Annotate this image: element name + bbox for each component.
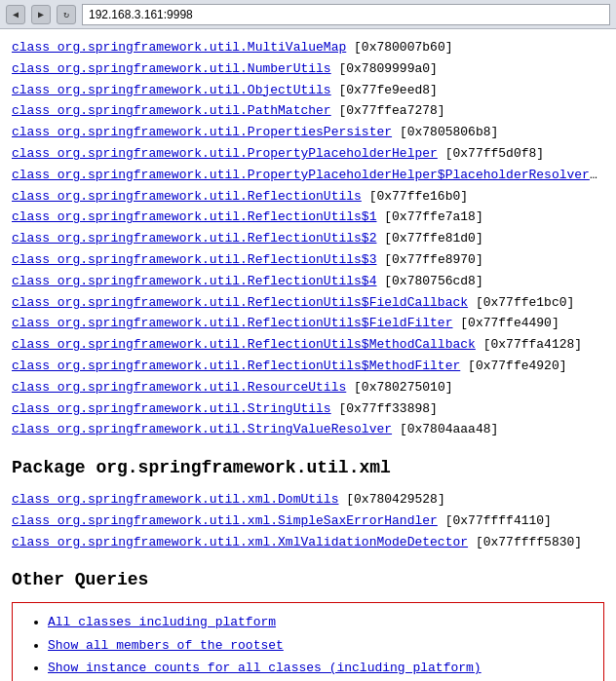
query-link[interactable]: All classes including platform [48, 615, 276, 629]
back-button[interactable]: ◀ [6, 5, 25, 24]
xml-package-heading: Package org.springframework.util.xml [12, 454, 604, 482]
class-link[interactable]: class org.springframework.util.Reflectio… [12, 359, 460, 373]
class-addr: [0x77ff33898] [331, 401, 438, 416]
class-link[interactable]: class org.springframework.util.Reflectio… [12, 231, 376, 246]
class-link[interactable]: class org.springframework.util.Reflectio… [12, 337, 476, 352]
class-link[interactable]: class org.springframework.util.PropertyP… [12, 146, 438, 161]
class-row: class org.springframework.util.MultiValu… [12, 38, 604, 58]
class-row: class org.springframework.util.PropertyP… [12, 166, 604, 186]
class-addr: [0x7805806b8] [392, 125, 498, 139]
class-row: class org.springframework.util.Reflectio… [12, 208, 604, 228]
refresh-button[interactable]: ↻ [57, 5, 76, 24]
util-classes-list: class org.springframework.util.MultiValu… [12, 38, 604, 440]
class-row: class org.springframework.util.Reflectio… [12, 314, 604, 334]
other-queries-heading: Other Queries [12, 566, 604, 594]
class-row: class org.springframework.util.StringVal… [12, 420, 604, 440]
class-link[interactable]: class org.springframework.util.PathMatch… [12, 103, 331, 118]
class-link[interactable]: class org.springframework.util.MultiValu… [12, 40, 346, 55]
class-link[interactable]: class org.springframework.util.ObjectUti… [12, 83, 331, 97]
list-item: All classes including platform [48, 611, 592, 633]
page-content: class org.springframework.util.MultiValu… [0, 29, 616, 681]
class-link[interactable]: class org.springframework.util.ResourceU… [12, 380, 346, 395]
class-link[interactable]: class org.springframework.util.Reflectio… [12, 209, 376, 224]
class-link[interactable]: class org.springframework.util.StringVal… [12, 422, 392, 436]
forward-button[interactable]: ▶ [31, 5, 51, 24]
class-link[interactable]: class org.springframework.util.xml.Simpl… [12, 513, 438, 528]
class-addr: [0x7809999a0] [331, 61, 438, 76]
class-addr: [0x7804aaa48] [392, 422, 498, 436]
class-row: class org.springframework.util.PathMatch… [12, 101, 604, 122]
class-link[interactable]: class org.springframework.util.Reflectio… [12, 316, 452, 330]
class-addr: [0x77ffe8970] [376, 252, 482, 267]
class-link[interactable]: class org.springframework.util.NumberUti… [12, 61, 331, 76]
class-addr: [0x780756cd8] [376, 274, 482, 288]
class-link[interactable]: class org.springframework.util.PropertyP… [12, 168, 597, 182]
address-bar[interactable] [82, 4, 610, 25]
class-row: class org.springframework.util.Reflectio… [12, 272, 604, 292]
class-addr: [0x77ffa4128] [476, 337, 582, 352]
browser-toolbar: ◀ ▶ ↻ [0, 0, 616, 29]
class-link[interactable]: class org.springframework.util.Propertie… [12, 125, 392, 139]
class-row: class org.springframework.util.ResourceU… [12, 378, 604, 398]
class-row: class org.springframework.util.Reflectio… [12, 293, 604, 314]
class-row: class org.springframework.util.Reflectio… [12, 357, 604, 377]
query-link[interactable]: Show all members of the rootset [48, 638, 284, 653]
class-link[interactable]: class org.springframework.util.Reflectio… [12, 252, 376, 267]
class-addr: [0x77ffea7278] [331, 103, 445, 118]
class-row: class org.springframework.util.Reflectio… [12, 250, 604, 271]
class-link[interactable]: class org.springframework.util.Reflectio… [12, 189, 362, 204]
class-row: class org.springframework.util.NumberUti… [12, 59, 604, 80]
xml-classes-list: class org.springframework.util.xml.DomUt… [12, 490, 604, 552]
list-item: Show instance counts for all classes (in… [48, 657, 592, 679]
class-link[interactable]: class org.springframework.util.Reflectio… [12, 274, 376, 288]
class-addr: [0x77ff5d0f8] [438, 146, 544, 161]
class-addr: [0x780429528] [338, 492, 444, 507]
class-row: class org.springframework.util.xml.XmlVa… [12, 533, 604, 553]
class-row: class org.springframework.util.Reflectio… [12, 187, 604, 208]
query-link[interactable]: Show instance counts for all classes (in… [48, 661, 481, 675]
class-link[interactable]: class org.springframework.util.Reflectio… [12, 295, 468, 310]
class-link[interactable]: class org.springframework.util.StringUti… [12, 401, 331, 416]
class-row: class org.springframework.util.xml.DomUt… [12, 490, 604, 511]
class-addr: [0x77ffff4110] [438, 513, 552, 528]
class-link[interactable]: class org.springframework.util.xml.XmlVa… [12, 535, 468, 549]
class-addr: [0x77ffff5830] [468, 535, 582, 549]
class-row: class org.springframework.util.PropertyP… [12, 144, 604, 165]
class-row: class org.springframework.util.ObjectUti… [12, 81, 604, 101]
class-row: class org.springframework.util.StringUti… [12, 399, 604, 420]
class-addr: [0x77ffe81d0] [376, 231, 482, 246]
list-item: Show all members of the rootset [48, 634, 592, 657]
class-addr: [0x780007b60] [346, 40, 452, 55]
class-row: class org.springframework.util.Propertie… [12, 123, 604, 143]
queries-box: All classes including platformShow all m… [12, 602, 604, 681]
class-addr: [0x77fe9eed8] [331, 83, 438, 97]
queries-list: All classes including platformShow all m… [24, 611, 592, 681]
class-addr: [0x780275010] [346, 380, 452, 395]
class-link[interactable]: class org.springframework.util.xml.DomUt… [12, 492, 338, 507]
class-addr: [0x77ffe1bc0] [468, 295, 574, 310]
class-addr: [0x77ffe16b0] [362, 189, 468, 204]
class-addr: [0x77ffe4490] [452, 316, 558, 330]
class-row: class org.springframework.util.Reflectio… [12, 229, 604, 249]
class-row: class org.springframework.util.xml.Simpl… [12, 511, 604, 532]
class-addr: [0x77ffe7a18] [376, 209, 482, 224]
class-addr: [0x77ffe4920] [460, 359, 566, 373]
class-row: class org.springframework.util.Reflectio… [12, 335, 604, 356]
